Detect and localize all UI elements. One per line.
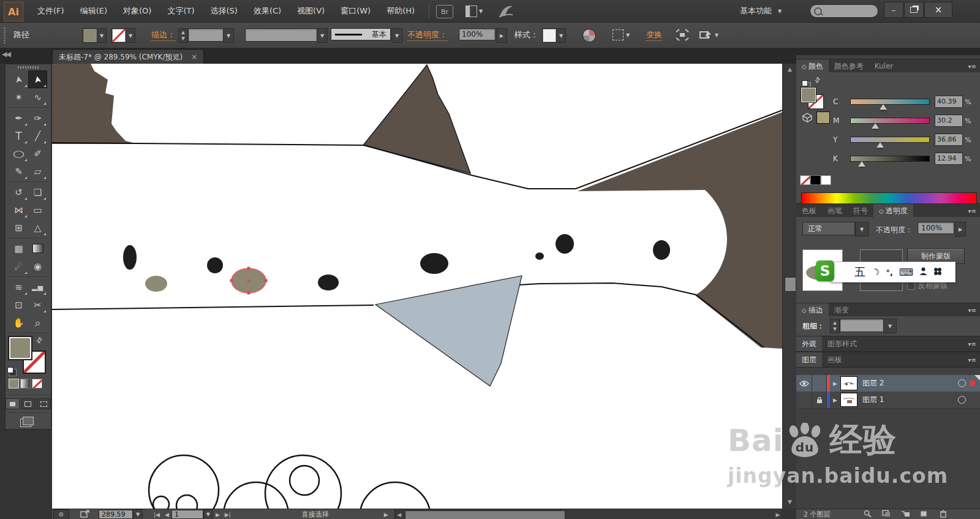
panel-menu-icon[interactable]: ▾≡ xyxy=(968,303,980,317)
eraser-tool[interactable]: ▱ xyxy=(28,162,47,180)
horizontal-scrollbar[interactable]: ◀ ▶ xyxy=(394,509,782,519)
tab-gradient[interactable]: 渐变 xyxy=(829,303,854,317)
stroke-weight-field[interactable] xyxy=(188,28,224,42)
closest-web-color-swatch[interactable] xyxy=(816,112,830,124)
artboard-dropdown[interactable]: ▼ xyxy=(203,509,213,519)
width-tool[interactable]: ⋈ xyxy=(9,201,28,219)
visibility-toggle[interactable] xyxy=(796,375,812,392)
export-icon[interactable] xyxy=(80,510,90,519)
ime-punctuation-icon[interactable]: °, xyxy=(886,268,892,277)
layer-thumbnail[interactable] xyxy=(840,393,858,407)
ime-skin-icon[interactable] xyxy=(919,266,927,278)
yellow-slider-handle[interactable] xyxy=(876,142,884,148)
align-icon[interactable] xyxy=(676,29,689,44)
swap-fill-stroke-icon[interactable]: ⇄ xyxy=(34,335,45,345)
close-button[interactable]: × xyxy=(924,2,952,18)
weight-stepper[interactable]: ▲▼ xyxy=(830,319,840,333)
artboard-tool[interactable]: ⊡ xyxy=(9,296,28,314)
yellow-value-field[interactable]: 36.86 xyxy=(935,134,963,146)
opacity-link[interactable]: 不透明度： xyxy=(407,29,447,41)
transform-link[interactable]: 变换 xyxy=(646,29,662,41)
collapse-tools-icon[interactable]: ◀◀ xyxy=(2,50,10,58)
pen-tool[interactable]: ✒ xyxy=(9,109,28,127)
canvas[interactable] xyxy=(52,64,782,509)
style-swatch[interactable] xyxy=(542,28,557,43)
fill-proxy-swatch[interactable] xyxy=(801,87,816,103)
ime-fullhalf-icon[interactable]: ☽ xyxy=(870,265,881,279)
pencil-tool[interactable]: ✎ xyxy=(9,162,28,180)
draw-behind-button[interactable] xyxy=(21,398,35,409)
minimize-button[interactable]: – xyxy=(884,2,903,18)
cyan-value-field[interactable]: 40.39 xyxy=(935,96,963,108)
hand-tool[interactable]: ✋ xyxy=(9,314,28,331)
width-profile-field[interactable] xyxy=(245,28,317,42)
select-similar-button[interactable]: ▼ xyxy=(612,29,630,40)
panel-menu-icon[interactable]: ▾≡ xyxy=(968,352,980,367)
layer-row-1[interactable]: ▶ 图层 1 xyxy=(796,392,980,409)
last-artboard-icon[interactable]: ▶| xyxy=(222,512,233,518)
tab-brushes[interactable]: 画笔 xyxy=(822,204,848,218)
fill-swatch-large[interactable] xyxy=(8,336,32,360)
search-input[interactable] xyxy=(810,4,878,18)
out-of-gamut-icon[interactable] xyxy=(802,113,813,125)
delete-layer-icon[interactable] xyxy=(940,510,947,519)
paintbrush-tool[interactable]: ✐ xyxy=(28,145,47,162)
layer-row-2[interactable]: ▶ 图层 2 xyxy=(796,375,980,392)
prev-artboard-icon[interactable]: ◀ xyxy=(162,512,172,518)
blend-tool[interactable]: ◉ xyxy=(28,257,47,275)
black-slider-handle[interactable] xyxy=(858,161,865,167)
tab-symbols[interactable]: 符号 xyxy=(848,204,873,218)
preferences-icon[interactable]: ⚙ xyxy=(53,509,69,519)
none-color-chip[interactable] xyxy=(800,175,810,185)
type-tool[interactable]: T xyxy=(9,127,28,145)
opacity-dropdown[interactable]: ▶ xyxy=(496,28,507,43)
stroke-panel-link[interactable]: 描边： xyxy=(151,29,175,41)
gradient-mode-button[interactable] xyxy=(20,379,31,388)
locate-object-icon[interactable] xyxy=(864,510,872,519)
tab-color[interactable]: ◇颜色 xyxy=(796,59,829,73)
tools-grip[interactable] xyxy=(6,64,51,70)
expand-layer-icon[interactable]: ▶ xyxy=(830,381,840,387)
scroll-up-icon[interactable]: ▲ xyxy=(783,65,797,74)
tab-kuler[interactable]: Kuler xyxy=(869,59,899,73)
tab-graphic-styles[interactable]: 图形样式 xyxy=(822,336,862,351)
ellipse-tool[interactable]: ○ xyxy=(9,145,28,162)
brush-definition-field[interactable]: 基本 xyxy=(331,28,391,40)
bridge-button[interactable]: Br xyxy=(436,5,453,18)
cyan-slider-handle[interactable] xyxy=(880,104,887,110)
first-artboard-icon[interactable]: |◀ xyxy=(151,512,162,518)
menu-view[interactable]: 视图(V) xyxy=(289,0,333,22)
scroll-down-icon[interactable]: ▼ xyxy=(783,498,797,506)
zoom-level-dropdown[interactable]: ▼ xyxy=(133,509,143,519)
ime-toolbox-icon[interactable] xyxy=(933,266,942,278)
none-mode-button[interactable] xyxy=(32,379,42,388)
black-slider-track[interactable] xyxy=(850,156,930,162)
tab-appearance[interactable]: 外观 xyxy=(796,336,822,351)
lock-toggle[interactable] xyxy=(812,375,827,392)
lock-toggle[interactable] xyxy=(812,392,827,408)
panel-opacity-field[interactable]: 100% xyxy=(918,222,954,234)
blend-mode-field[interactable]: 正常 xyxy=(802,222,855,235)
clipping-mask-icon[interactable] xyxy=(882,510,891,519)
draw-inside-button[interactable] xyxy=(37,398,51,409)
target-circle-icon[interactable] xyxy=(958,396,966,404)
gradient-tool[interactable] xyxy=(28,240,47,257)
shape-builder-tool[interactable]: ⊞ xyxy=(9,219,28,237)
panel-opacity-dropdown[interactable]: ▶ xyxy=(955,222,966,237)
next-artboard-icon[interactable]: ▶ xyxy=(213,512,222,518)
tab-stroke[interactable]: ◇描边 xyxy=(796,303,829,317)
ime-keyboard-icon[interactable]: ⌨ xyxy=(899,267,913,278)
menu-help[interactable]: 帮助(H) xyxy=(379,0,423,22)
layer-thumbnail[interactable] xyxy=(840,376,858,390)
brush-definition-dropdown[interactable]: ▼ xyxy=(391,28,402,43)
weight-dropdown[interactable]: ▼ xyxy=(883,319,897,333)
cs-live-icon[interactable] xyxy=(498,4,514,21)
status-expand-icon[interactable]: ▶ xyxy=(382,512,391,518)
panel-menu-icon[interactable]: ▾≡ xyxy=(968,336,980,351)
default-fill-stroke-icon[interactable] xyxy=(7,364,13,376)
sogou-ime-logo[interactable]: S xyxy=(816,260,834,281)
ime-toolbar[interactable]: 五 ☽ °, ⌨ xyxy=(831,262,956,282)
menu-edit[interactable]: 编辑(E) xyxy=(72,0,115,22)
magenta-slider-handle[interactable] xyxy=(872,123,879,129)
tab-swatches[interactable]: 色板 xyxy=(796,204,822,218)
